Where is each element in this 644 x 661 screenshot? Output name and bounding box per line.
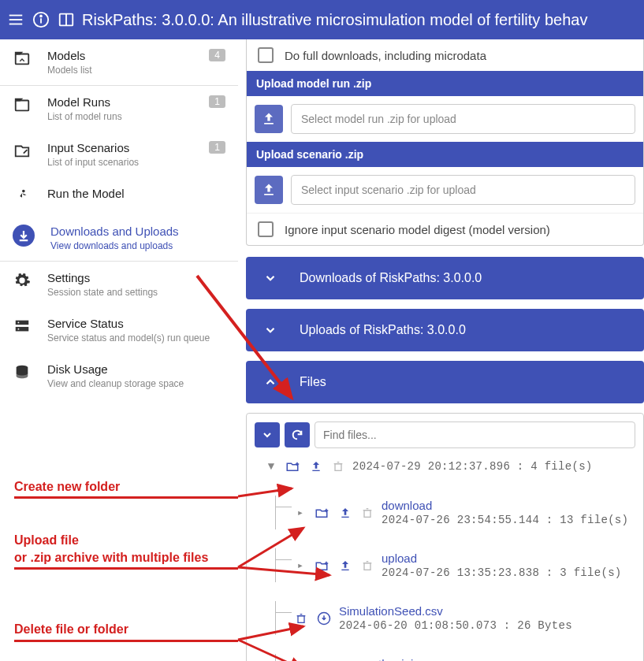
book-icon[interactable] — [57, 10, 76, 29]
folder-name[interactable]: download — [382, 499, 628, 512]
sidebar-item-label: Model Runs — [47, 95, 193, 110]
svg-rect-21 — [335, 464, 341, 471]
sidebar-item-label: Downloads and Uploads — [50, 225, 225, 239]
info-icon[interactable] — [32, 10, 50, 29]
folder-meta: 2024-07-26 13:35:23.838 : 3 file(s) — [382, 566, 622, 579]
file-tree: ▼ 2024-07-29 20:12:37.896 : 4 file(s) ▸ — [255, 456, 635, 661]
sidebar-item-settings[interactable]: Settings Session state and settings — [0, 262, 238, 307]
main-content: Do full downloads, including microdata U… — [238, 39, 644, 661]
full-download-checkbox[interactable] — [258, 47, 274, 63]
svg-rect-33 — [364, 563, 370, 570]
sidebar-item-sub: Models list — [47, 65, 193, 76]
upload-icon[interactable] — [339, 559, 352, 573]
sidebar-item-sub: List of model runs — [47, 111, 193, 122]
upload-model-run-button[interactable] — [255, 105, 283, 133]
upload-model-run-header: Upload model run .zip — [247, 71, 643, 96]
sidebar-item-disk-usage[interactable]: Disk Usage View and cleanup storage spac… — [0, 353, 238, 399]
file-name[interactable]: SimulationSeed.csv — [339, 604, 572, 618]
collapse-tree-button[interactable] — [255, 422, 280, 447]
download-icon — [13, 225, 35, 247]
upload-scenario-button[interactable] — [255, 176, 283, 204]
sidebar-item-model-runs[interactable]: Model Runs List of model runs 1 — [0, 86, 238, 132]
model-run-zip-input[interactable]: Select model run .zip for upload — [291, 104, 635, 134]
annotation-create-folder: Create new folder — [14, 478, 120, 496]
upload-scenario-header: Upload scenario .zip — [247, 142, 643, 167]
accordion-downloads[interactable]: Downloads of RiskPaths: 3.0.0.0 — [246, 257, 644, 299]
sidebar-badge: 1 — [209, 141, 225, 154]
sidebar-item-label: Disk Usage — [47, 362, 225, 377]
new-folder-icon[interactable] — [285, 459, 300, 473]
menu-icon[interactable] — [6, 10, 25, 29]
ignore-digest-checkbox[interactable] — [258, 221, 274, 237]
gear-icon — [13, 271, 32, 290]
scenario-zip-input[interactable]: Select input scenario .zip for upload — [291, 175, 635, 205]
run-icon — [13, 187, 32, 206]
sidebar-item-label: Run the Model — [47, 187, 225, 201]
full-download-label: Do full downloads, including microdata — [285, 49, 486, 62]
annotation-upload-file: Upload file or .zip archive with multipl… — [14, 532, 208, 566]
root-meta: 2024-07-29 20:12:37.896 : 4 file(s) — [352, 460, 593, 473]
annotation-line — [14, 496, 238, 499]
full-download-row[interactable]: Do full downloads, including microdata — [247, 39, 643, 71]
sidebar-item-sub: List of input scenarios — [47, 157, 193, 168]
svg-rect-11 — [16, 321, 29, 325]
svg-point-10 — [22, 190, 25, 193]
disk-icon — [13, 362, 32, 381]
chevron-down-icon — [263, 323, 277, 337]
sidebar-item-downloads-uploads[interactable]: Downloads and Uploads View downloads and… — [0, 215, 238, 261]
file-name[interactable]: some-other.ini — [339, 657, 579, 661]
accordion-uploads[interactable]: Uploads of RiskPaths: 3.0.0.0 — [246, 309, 644, 351]
delete-icon — [361, 559, 374, 573]
sidebar-item-label: Settings — [47, 271, 225, 285]
svg-rect-26 — [341, 516, 348, 517]
refresh-button[interactable] — [285, 422, 310, 447]
sidebar-item-input-scenarios[interactable]: Input Scenarios List of input scenarios … — [0, 132, 238, 177]
sidebar-item-sub: Session state and settings — [47, 287, 225, 298]
sidebar-item-label: Models — [47, 49, 193, 63]
delete-icon[interactable] — [295, 611, 307, 626]
svg-rect-17 — [264, 194, 274, 195]
folder-icon — [13, 95, 32, 114]
sidebar-item-service-status[interactable]: Service Status Service status and model(… — [0, 307, 238, 353]
app-header: RiskPaths: 3.0.0.0: An illustrative micr… — [0, 0, 644, 39]
tree-row: some-other.ini 2024-06-20 08:35:02.340 :… — [275, 654, 635, 661]
upload-icon[interactable] — [310, 459, 322, 473]
ignore-digest-label: Ignore input scenario model digest (mode… — [285, 223, 550, 236]
folder-meta: 2024-07-26 23:54:55.144 : 13 file(s) — [382, 514, 628, 526]
new-folder-icon[interactable] — [314, 506, 329, 520]
svg-rect-27 — [364, 510, 370, 517]
find-files-input[interactable] — [315, 421, 635, 448]
ignore-digest-row[interactable]: Ignore input scenario model digest (mode… — [247, 213, 643, 245]
svg-rect-20 — [312, 470, 319, 471]
sidebar-item-run-model[interactable]: Run the Model — [0, 177, 238, 215]
download-file-icon[interactable] — [317, 611, 331, 626]
folder-edit-icon — [13, 141, 32, 160]
sidebar-item-label: Input Scenarios — [47, 141, 193, 155]
svg-point-5 — [40, 16, 42, 17]
expander-closed-icon[interactable]: ▸ — [295, 506, 306, 519]
tree-row: ▸ upload 2024-07-26 13:35:23.838 : 3 fil… — [275, 548, 635, 582]
svg-rect-9 — [16, 101, 29, 111]
sidebar-item-models[interactable]: Models Models list 4 — [0, 39, 238, 85]
chevron-down-icon — [263, 271, 277, 285]
annotation-line — [14, 640, 238, 642]
chevron-up-icon — [263, 375, 277, 389]
upload-icon[interactable] — [339, 506, 352, 520]
file-meta: 2024-06-20 01:08:50.073 : 26 Bytes — [339, 619, 572, 632]
sidebar-badge: 4 — [209, 49, 225, 61]
files-panel: ▼ 2024-07-29 20:12:37.896 : 4 file(s) ▸ — [246, 413, 644, 661]
svg-rect-32 — [341, 569, 348, 570]
tree-row: ▸ download 2024-07-26 23:54:55.144 : 13 … — [275, 496, 635, 529]
svg-rect-16 — [264, 123, 274, 124]
sidebar-badge: 1 — [209, 95, 225, 108]
new-folder-icon[interactable] — [314, 559, 329, 573]
expander-open-icon[interactable]: ▼ — [266, 460, 277, 473]
home-folder-icon — [13, 49, 32, 68]
accordion-files[interactable]: Files — [246, 361, 644, 403]
upload-config-panel: Do full downloads, including microdata U… — [246, 39, 644, 246]
sidebar-item-sub: View downloads and uploads — [50, 240, 225, 251]
folder-name[interactable]: upload — [382, 551, 622, 565]
accordion-label: Uploads of RiskPaths: 3.0.0.0 — [300, 323, 466, 337]
expander-closed-icon[interactable]: ▸ — [295, 559, 306, 572]
sidebar-item-label: Service Status — [47, 317, 225, 331]
